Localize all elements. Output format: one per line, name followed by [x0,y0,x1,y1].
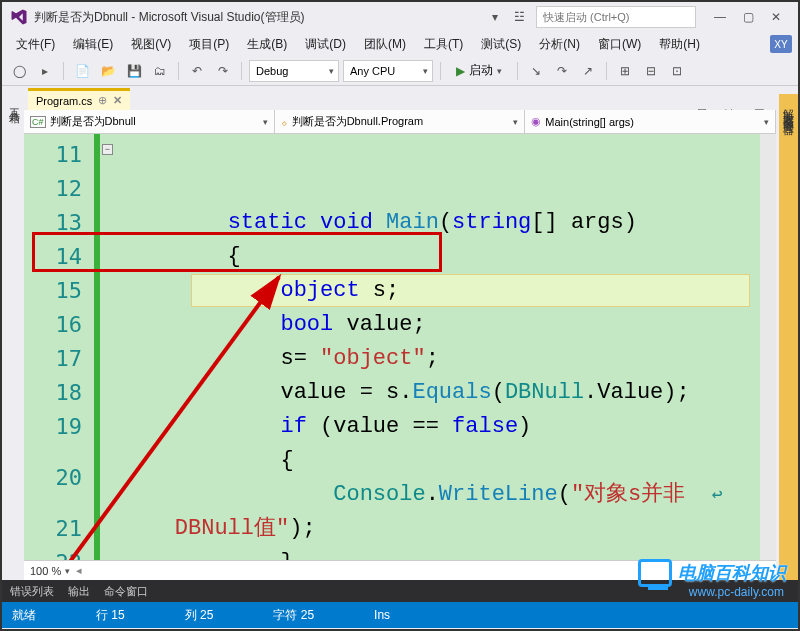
window-controls: — ▢ ✕ [706,6,790,28]
right-dock: 解决方案资源管理器 团队资源管理器 诊断工具 属性 [776,86,798,580]
status-ins: Ins [374,608,390,622]
menu-analyze[interactable]: 分析(N) [531,33,588,56]
minimize-button[interactable]: — [706,6,734,28]
nav-fwd-button[interactable]: ▸ [34,60,56,82]
menu-window[interactable]: 窗口(W) [590,33,649,56]
document-tabs: Program.cs ⊕ ✕ [24,86,776,110]
nav-project-dropdown[interactable]: C# 判断是否为Dbnull [24,110,275,133]
vertical-scrollbar[interactable] [760,134,776,560]
vs-logo-icon [10,8,28,26]
file-tab-close-icon[interactable]: ✕ [113,94,122,107]
start-label: 启动 [469,62,493,79]
class-icon: ⬦ [281,116,288,128]
config-dropdown[interactable]: Debug [249,60,339,82]
hscroll-left-icon[interactable]: ◂ [76,564,82,577]
status-bar: 就绪 行 15 列 25 字符 25 Ins [2,602,798,628]
nav-back-button[interactable]: ◯ [8,60,30,82]
line-number-gutter: 1112 1314 1516 1718 1920 2122 23 [24,134,94,560]
code-content[interactable]: static void Main(string[] args) { object… [116,134,760,560]
main-area: 工具箱 Program.cs ⊕ ✕ C# 判断是否为Dbnull ⬦ 判断是否… [2,86,798,580]
title-bar: 判断是否为Dbnull - Microsoft Visual Studio(管理… [2,2,798,32]
watermark: 电脑百科知识 [638,559,786,587]
command-window-tab[interactable]: 命令窗口 [104,584,148,599]
watermark-url: www.pc-daily.com [689,585,784,599]
feedback-icon[interactable]: ☳ [514,10,528,24]
watermark-icon [638,559,672,587]
menu-team[interactable]: 团队(M) [356,33,414,56]
code-editor[interactable]: 1112 1314 1516 1718 1920 2122 23 − stati… [24,134,776,560]
error-list-tab[interactable]: 错误列表 [10,584,54,599]
editor-area: Program.cs ⊕ ✕ C# 判断是否为Dbnull ⬦ 判断是否为Dbn… [24,86,776,580]
status-ready: 就绪 [12,607,36,624]
zoom-dropdown-icon[interactable]: ▾ [65,566,70,576]
step-into-button[interactable]: ↘ [525,60,547,82]
zoom-level[interactable]: 100 % [30,565,61,577]
ext2-button[interactable]: ⊟ [640,60,662,82]
menu-project[interactable]: 项目(P) [181,33,237,56]
user-badge[interactable]: XY [770,35,792,53]
solution-explorer-tab[interactable]: 解决方案资源管理器 [779,94,798,580]
new-file-button[interactable]: 📄 [71,60,93,82]
watermark-title: 电脑百科知识 [678,563,786,583]
ext1-button[interactable]: ⊞ [614,60,636,82]
nav-class-dropdown[interactable]: ⬦ 判断是否为Dbnull.Program [275,110,526,133]
menu-edit[interactable]: 编辑(E) [65,33,121,56]
play-icon: ▶ [456,64,465,78]
menu-file[interactable]: 文件(F) [8,33,63,56]
quick-launch-input[interactable] [536,6,696,28]
save-all-button[interactable]: 🗂 [149,60,171,82]
toolbox-tab[interactable]: 工具箱 [5,94,24,580]
ext3-button[interactable]: ⊡ [666,60,688,82]
menu-bar: 文件(F) 编辑(E) 视图(V) 项目(P) 生成(B) 调试(D) 团队(M… [2,32,798,56]
menu-tools[interactable]: 工具(T) [416,33,471,56]
csharp-project-icon: C# [30,116,46,128]
left-dock: 工具箱 [2,86,24,580]
menu-help[interactable]: 帮助(H) [651,33,708,56]
outline-margin: − [100,134,116,560]
menu-debug[interactable]: 调试(D) [297,33,354,56]
undo-button[interactable]: ↶ [186,60,208,82]
window-title: 判断是否为Dbnull - Microsoft Visual Studio(管理… [34,9,492,26]
menu-test[interactable]: 测试(S) [473,33,529,56]
nav-member-dropdown[interactable]: ◉ Main(string[] args) [525,110,776,133]
maximize-button[interactable]: ▢ [734,6,762,28]
method-icon: ◉ [531,115,541,128]
step-over-button[interactable]: ↷ [551,60,573,82]
standard-toolbar: ◯ ▸ 📄 📂 💾 🗂 ↶ ↷ Debug Any CPU ▶ 启动 ▾ ↘ ↷… [2,56,798,86]
save-button[interactable]: 💾 [123,60,145,82]
menu-build[interactable]: 生成(B) [239,33,295,56]
redo-button[interactable]: ↷ [212,60,234,82]
collapse-toggle[interactable]: − [102,144,113,155]
status-line: 行 15 [96,607,125,624]
file-tab-label: Program.cs [36,95,92,107]
status-char: 字符 25 [273,607,314,624]
nav-bar: C# 判断是否为Dbnull ⬦ 判断是否为Dbnull.Program ◉ M… [24,110,776,134]
notification-icon[interactable]: ▾ [492,10,506,24]
menu-view[interactable]: 视图(V) [123,33,179,56]
start-debug-button[interactable]: ▶ 启动 ▾ [448,60,510,82]
open-file-button[interactable]: 📂 [97,60,119,82]
output-tab[interactable]: 输出 [68,584,90,599]
file-tab-program[interactable]: Program.cs ⊕ ✕ [28,88,130,110]
platform-dropdown[interactable]: Any CPU [343,60,433,82]
close-button[interactable]: ✕ [762,6,790,28]
step-out-button[interactable]: ↗ [577,60,599,82]
status-col: 列 25 [185,607,214,624]
file-pinned-icon[interactable]: ⊕ [98,94,107,107]
